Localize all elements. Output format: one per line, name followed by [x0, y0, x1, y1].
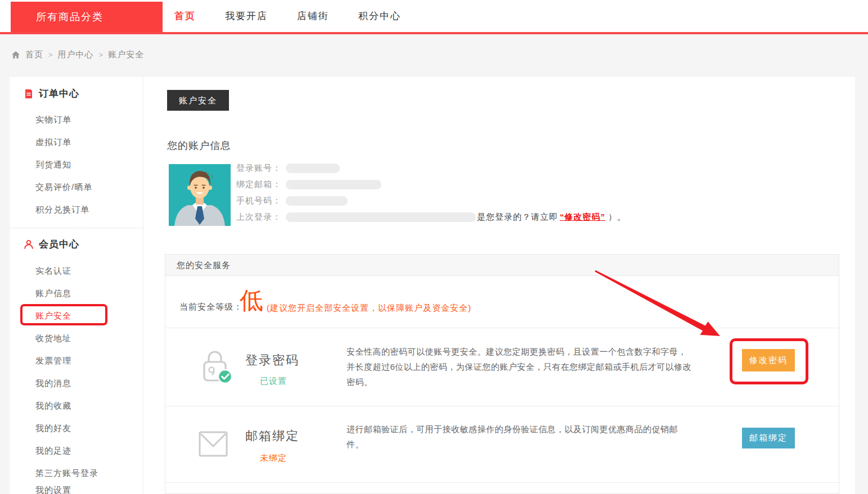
breadcrumb-separator: >	[48, 51, 53, 59]
login-password-row: 登录密码 已设置 安全性高的密码可以使账号更安全。建议您定期更换密码，且设置一个…	[165, 328, 839, 406]
sidebar-group-title: 订单中心	[39, 87, 79, 100]
security-level-label: 当前安全等级：	[179, 302, 242, 312]
sidebar-item-realname-auth[interactable]: 实名认证	[35, 266, 71, 277]
lock-check-icon	[200, 347, 234, 388]
page-tab-account-security: 账户安全	[167, 90, 229, 111]
sidebar-item-thirdparty-login[interactable]: 第三方账号登录	[35, 468, 98, 479]
order-document-icon	[24, 89, 34, 99]
sidebar-item-my-footprints[interactable]: 我的足迹	[35, 446, 71, 456]
sidebar-item-shipping-address[interactable]: 收货地址	[35, 333, 71, 344]
sidebar-group-order-center: 订单中心	[24, 87, 79, 100]
masked-value	[286, 212, 476, 222]
main-nav: 首页 我要开店 店铺街 积分中心	[174, 0, 401, 32]
sidebar-group-title: 会员中心	[39, 238, 79, 251]
field-last-login: 上次登录： 是您登录的？请立即 “修改密码” ）。	[236, 212, 626, 222]
masked-value	[286, 164, 340, 173]
breadcrumb-user-center[interactable]: 用户中心	[58, 49, 94, 60]
sidebar-item-invoice-mgmt[interactable]: 发票管理	[35, 356, 71, 366]
field-bound-email: 绑定邮箱：	[236, 179, 626, 189]
breadcrumb-account-security[interactable]: 账户安全	[108, 49, 144, 60]
masked-value	[286, 180, 381, 189]
last-login-note: 是您登录的？请立即	[477, 212, 558, 223]
email-binding-description: 进行邮箱验证后，可用于接收敏感操作的身份验证信息，以及订阅更优惠商品的促销邮件。	[347, 422, 694, 452]
account-security-page: 所有商品分类 首页 我要开店 店铺街 积分中心 首页 > 用户中心 > 账户安全…	[0, 0, 868, 494]
security-level-note: (建议您开启全部安全设置，以保障账户及资金安全)	[267, 303, 471, 314]
sidebar-item-my-friends[interactable]: 我的好友	[35, 423, 71, 434]
masked-value	[286, 196, 348, 206]
sidebar-item-cutoff[interactable]: 我的设置	[35, 485, 71, 494]
member-person-icon	[24, 239, 34, 250]
login-password-title: 登录密码	[245, 352, 302, 369]
email-binding-row: 邮箱绑定 未绑定 进行邮箱验证后，可用于接收敏感操作的身份验证信息，以及订阅更优…	[165, 406, 839, 483]
envelope-icon	[199, 431, 228, 459]
field-label: 绑定邮箱：	[236, 179, 281, 190]
field-label: 上次登录：	[236, 212, 281, 223]
sidebar-item-review-share[interactable]: 交易评价/晒单	[35, 182, 92, 193]
scrollbar-track[interactable]	[855, 34, 868, 494]
email-binding-status: 未绑定	[245, 453, 302, 464]
breadcrumb: 首页 > 用户中心 > 账户安全	[11, 49, 144, 60]
security-level-value: 低	[240, 285, 263, 316]
field-label: 手机号码：	[236, 196, 281, 206]
breadcrumb-separator: >	[99, 51, 104, 59]
sidebar-item-virtual-orders[interactable]: 虚拟订单	[35, 137, 71, 148]
field-mobile-number: 手机号码：	[236, 196, 626, 206]
change-password-button[interactable]: 修改密码	[742, 349, 795, 371]
all-categories-button[interactable]: 所有商品分类	[11, 2, 163, 32]
sidebar-item-points-orders[interactable]: 积分兑换订单	[35, 205, 89, 215]
nav-shop-street[interactable]: 店铺街	[297, 10, 329, 22]
security-level-row: 当前安全等级： 低 (建议您开启全部安全设置，以保障账户及资金安全)	[165, 276, 839, 328]
sidebar-group-member-center: 会员中心	[24, 238, 79, 251]
sidebar-item-account-security[interactable]: 账户安全	[35, 311, 71, 321]
nav-points-center[interactable]: 积分中心	[358, 10, 401, 22]
email-binding-button[interactable]: 邮箱绑定	[742, 428, 795, 448]
sidebar-divider	[10, 228, 143, 228]
top-navbar: 所有商品分类 首页 我要开店 店铺街 积分中心	[0, 0, 868, 34]
sidebar-item-physical-orders[interactable]: 实物订单	[35, 115, 71, 125]
login-password-description: 安全性高的密码可以使账号更安全。建议您定期更换密码，且设置一个包含数字和字母，并…	[347, 344, 694, 389]
content-wrapper: 订单中心 实物订单 虚拟订单 到货通知 交易评价/晒单 积分兑换订单 会员中心 …	[10, 77, 855, 494]
sidebar-item-account-info[interactable]: 账户信息	[35, 288, 71, 299]
house-icon	[11, 51, 20, 59]
account-info-heading: 您的账户信息	[167, 139, 231, 152]
avatar	[169, 164, 231, 226]
security-panel-header: 您的安全服务	[165, 255, 839, 276]
email-binding-title: 邮箱绑定	[245, 428, 302, 445]
sidebar-item-arrival-notice[interactable]: 到货通知	[35, 160, 71, 170]
last-login-note-suffix: ）。	[608, 212, 626, 223]
sidebar: 订单中心 实物订单 虚拟订单 到货通知 交易评价/晒单 积分兑换订单 会员中心 …	[10, 77, 143, 494]
login-password-status: 已设置	[245, 376, 302, 387]
field-login-account: 登录账号：	[236, 163, 626, 173]
sidebar-item-my-favorites[interactable]: 我的收藏	[35, 401, 71, 411]
sidebar-item-my-messages[interactable]: 我的消息	[35, 378, 71, 389]
nav-open-shop[interactable]: 我要开店	[225, 10, 268, 22]
account-info-fields: 登录账号： 绑定邮箱： 手机号码： 上次登录： 是您登录的？请立即 “修改密码”…	[236, 163, 626, 222]
nav-home[interactable]: 首页	[174, 10, 196, 22]
field-label: 登录账号：	[236, 163, 281, 174]
change-password-link[interactable]: “修改密码”	[560, 212, 605, 223]
breadcrumb-home[interactable]: 首页	[25, 49, 43, 60]
security-services-panel: 您的安全服务 当前安全等级： 低 (建议您开启全部安全设置，以保障账户及资金安全…	[165, 254, 839, 494]
